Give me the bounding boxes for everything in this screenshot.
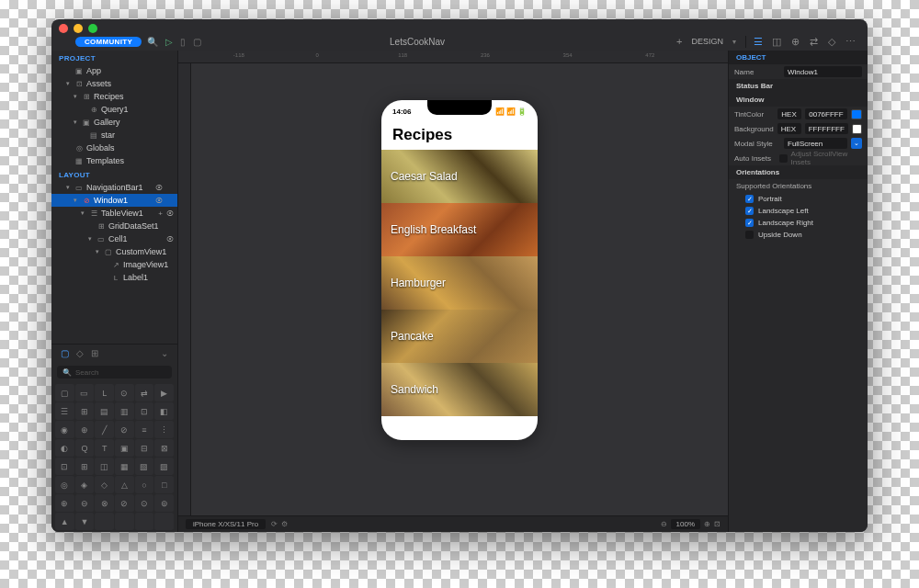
name-field[interactable]: Window1 <box>784 66 862 77</box>
landscape-right-checkbox[interactable]: ✓ <box>745 219 754 227</box>
tint-value[interactable]: 0076FFFF <box>805 108 846 119</box>
autoinsets-checkbox[interactable] <box>779 154 787 163</box>
lib-item[interactable]: ▲ <box>55 513 74 530</box>
lib-item[interactable]: △ <box>115 476 134 493</box>
device-settings-icon[interactable]: ⚙ <box>281 520 288 528</box>
lib-item[interactable] <box>95 513 114 530</box>
modal-value[interactable]: FullScreen <box>784 138 847 149</box>
lib-item[interactable]: ▶ <box>154 384 174 401</box>
lib-item[interactable]: Q <box>75 439 95 457</box>
lib-item[interactable] <box>115 513 134 530</box>
device-phone-icon[interactable]: ▯ <box>180 37 186 47</box>
recipe-row[interactable]: English Breakfast <box>381 203 538 256</box>
lib-item[interactable] <box>154 513 174 530</box>
add-icon[interactable]: + <box>676 36 682 47</box>
inspector-tab-layout-icon[interactable]: ⊕ <box>789 36 801 48</box>
zoom-fit-icon[interactable]: ⊡ <box>714 520 720 528</box>
lib-item[interactable]: ⊖ <box>75 494 95 512</box>
zoom-out-icon[interactable]: ⊖ <box>661 520 667 528</box>
tree-star[interactable]: ▤star <box>51 129 177 141</box>
portrait-checkbox[interactable]: ✓ <box>745 195 754 203</box>
lib-item[interactable] <box>135 513 154 530</box>
lib-item[interactable]: ◫ <box>95 458 114 475</box>
search-icon[interactable]: 🔍 <box>147 37 158 47</box>
lib-item[interactable]: ▧ <box>135 458 154 475</box>
lib-tab-templates-icon[interactable]: ⊞ <box>91 348 98 358</box>
lib-item[interactable]: ▨ <box>154 458 174 475</box>
lib-item[interactable]: ⊕ <box>55 494 74 512</box>
tree-cell1[interactable]: ▾▭Cell1⦿ <box>51 232 177 245</box>
tree-imageview[interactable]: ↗ImageView1 <box>51 258 177 271</box>
inspector-tab-link-icon[interactable]: ⇄ <box>807 36 820 48</box>
bg-value[interactable]: FFFFFFFF <box>805 123 848 134</box>
lib-item[interactable]: T <box>95 439 114 457</box>
lib-item[interactable]: ◧ <box>154 402 174 420</box>
lib-item[interactable]: ⊞ <box>75 402 95 420</box>
lib-item[interactable]: ≡ <box>135 421 154 438</box>
lib-item[interactable]: ⊙ <box>135 494 154 512</box>
tree-globals[interactable]: ◎Globals <box>51 141 177 154</box>
lib-item[interactable]: ▢ <box>55 384 74 401</box>
tree-label1[interactable]: LLabel1 <box>51 271 177 284</box>
lib-item[interactable]: □ <box>154 476 174 493</box>
lib-item[interactable]: ▣ <box>115 439 134 457</box>
recipe-row[interactable]: Caesar Salad <box>381 150 538 203</box>
community-badge[interactable]: COMMUNITY <box>75 37 142 47</box>
lib-item[interactable]: ◐ <box>55 439 74 457</box>
lib-item[interactable]: ⊘ <box>115 421 134 438</box>
lib-item[interactable]: ⇄ <box>135 384 154 401</box>
tree-tableview[interactable]: ▾☰TableView1+⦿ <box>51 207 177 220</box>
lib-item[interactable]: ◇ <box>95 476 114 493</box>
tree-customview[interactable]: ▾▢CustomView1 <box>51 245 177 258</box>
lib-item[interactable]: ⊘ <box>115 494 134 512</box>
landscape-left-checkbox[interactable]: ✓ <box>745 207 754 215</box>
tree-query1[interactable]: ⊕Query1 <box>51 103 177 116</box>
lib-item[interactable]: ⊟ <box>135 439 154 457</box>
lib-tab-controls-icon[interactable]: ▢ <box>61 348 69 358</box>
inspector-tab-geometry-icon[interactable]: ◫ <box>770 36 783 48</box>
upside-down-checkbox[interactable] <box>745 231 754 239</box>
inspector-tab-properties-icon[interactable]: ☰ <box>752 36 765 48</box>
zoom-level[interactable]: 100% <box>671 519 700 529</box>
tree-gallery[interactable]: ▾▣Gallery <box>51 116 177 129</box>
lib-item[interactable]: ▦ <box>115 458 134 475</box>
library-search[interactable]: 🔍 Search <box>57 366 172 379</box>
tree-app[interactable]: ▣App <box>51 64 177 77</box>
lib-item[interactable]: ⊕ <box>75 421 95 438</box>
play-icon[interactable]: ▷ <box>165 37 173 47</box>
tree-assets[interactable]: ▾⊡Assets <box>51 77 177 90</box>
lib-item[interactable]: ▼ <box>75 513 95 530</box>
chevron-down-icon[interactable]: ▾ <box>732 38 736 46</box>
inspector-tab-events-icon[interactable]: ◇ <box>825 36 838 48</box>
lib-item[interactable]: ▭ <box>75 384 95 401</box>
lib-collapse-icon[interactable]: ⌄ <box>161 348 168 358</box>
orientations-header[interactable]: Orientations <box>729 165 868 179</box>
lib-item[interactable]: ⊙ <box>115 384 134 401</box>
device-rotate-icon[interactable]: ⟳ <box>271 520 278 528</box>
recipe-row[interactable]: Sandwich <box>381 363 538 416</box>
lib-item[interactable]: ◉ <box>55 421 74 438</box>
bg-mode[interactable]: HEX <box>777 123 801 134</box>
lib-item[interactable]: ⋮ <box>154 421 174 438</box>
statusbar-header[interactable]: Status Bar <box>729 79 868 93</box>
recipe-row[interactable]: Pancake <box>381 310 538 363</box>
lib-item[interactable]: L <box>95 384 114 401</box>
tree-griddataset[interactable]: ⊞GridDataSet1 <box>51 220 177 232</box>
tree-recipes[interactable]: ▾⊞Recipes <box>51 90 177 103</box>
lib-item[interactable]: ╱ <box>95 421 114 438</box>
mode-design[interactable]: DESIGN <box>691 37 723 46</box>
tree-templates[interactable]: ▦Templates <box>51 154 177 167</box>
lib-item[interactable]: ◈ <box>75 476 95 493</box>
lib-item[interactable]: ⊚ <box>154 494 174 512</box>
lib-item[interactable]: ▥ <box>115 402 134 420</box>
bg-swatch[interactable] <box>852 124 862 134</box>
lib-item[interactable]: ⊠ <box>154 439 174 457</box>
modal-dropdown-icon[interactable]: ⌄ <box>851 138 862 149</box>
tree-navbar[interactable]: ▾▭NavigationBar1⦿ <box>51 181 177 194</box>
lib-item[interactable]: ⊡ <box>135 402 154 420</box>
tint-swatch[interactable] <box>851 109 862 119</box>
lib-item[interactable]: ▤ <box>95 402 114 420</box>
lib-tab-shapes-icon[interactable]: ◇ <box>76 348 84 358</box>
inspector-tab-code-icon[interactable]: ⋯ <box>844 36 857 48</box>
lib-item[interactable]: ○ <box>135 476 154 493</box>
